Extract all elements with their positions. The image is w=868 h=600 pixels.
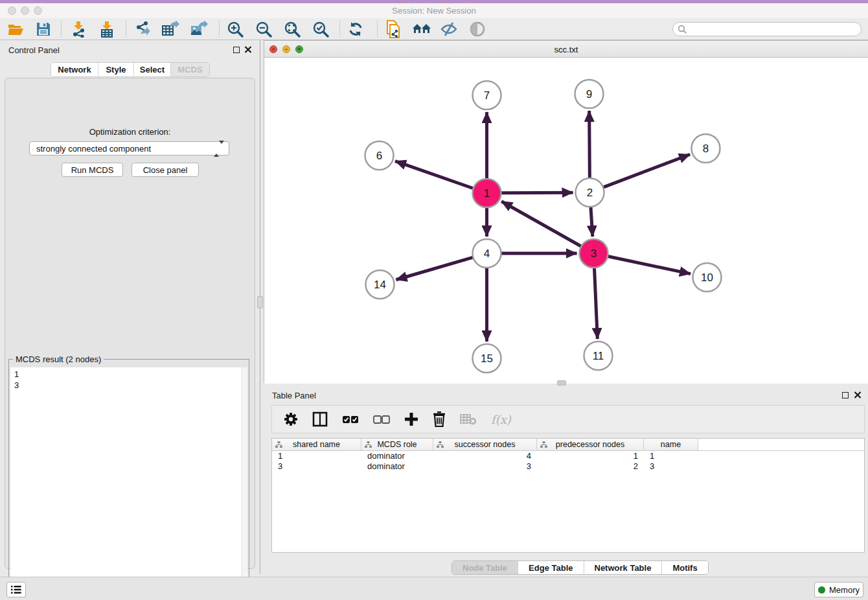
close-panel-button[interactable]: Close panel (131, 163, 199, 177)
zoom-out-icon[interactable] (251, 19, 276, 38)
export-image-icon[interactable] (187, 19, 211, 38)
zoom-selected-icon[interactable] (308, 19, 333, 38)
column-header-shared-name[interactable]: shared name (272, 439, 361, 450)
float-panel-icon[interactable] (233, 47, 240, 53)
graph-edge-4-14[interactable] (396, 257, 473, 280)
bottom-splitter-handle[interactable] (557, 380, 566, 386)
graph-node-6[interactable]: 6 (365, 141, 394, 170)
graph-node-1[interactable]: 1 (473, 179, 501, 207)
split-columns-icon[interactable] (312, 411, 328, 427)
optimization-criterion-label: Optimization criterion: (5, 127, 255, 137)
network-graph[interactable]: 7968124314101511 (264, 58, 868, 384)
cell-predecessor-nodes[interactable]: 1 (537, 451, 644, 461)
graph-node-2[interactable]: 2 (576, 178, 604, 207)
column-header-name[interactable]: name (644, 439, 698, 450)
graph-edge-1-6[interactable] (395, 161, 474, 189)
delete-table-icon[interactable] (460, 413, 477, 425)
graph-node-9[interactable]: 9 (575, 80, 604, 108)
graph-node-11[interactable]: 11 (584, 341, 613, 370)
tab-select[interactable]: Select (134, 63, 171, 76)
svg-text:14: 14 (374, 279, 386, 291)
refresh-icon[interactable] (343, 19, 368, 38)
home-icon[interactable] (409, 19, 434, 38)
graph-node-3[interactable]: 3 (580, 239, 608, 268)
close-panel-icon[interactable] (244, 45, 252, 54)
zoom-fit-icon[interactable] (280, 19, 304, 38)
graph-node-14[interactable]: 14 (366, 270, 394, 299)
graph-node-8[interactable]: 8 (692, 134, 720, 163)
table-row[interactable]: 1dominator411 (272, 451, 864, 461)
tab-edge-table[interactable]: Edge Table (518, 561, 584, 574)
function-builder-icon: f(x) (491, 413, 511, 426)
mcds-result-list[interactable]: 1 3 (10, 367, 242, 600)
graph-edge-2-9[interactable] (589, 111, 590, 178)
graph-edge-3-11[interactable] (594, 268, 597, 339)
zoom-in-icon[interactable] (223, 19, 247, 38)
cell-successor-nodes[interactable]: 4 (433, 451, 537, 461)
graph-node-4[interactable]: 4 (473, 239, 501, 268)
delete-icon[interactable] (433, 411, 446, 427)
search-input[interactable] (672, 22, 862, 36)
close-table-panel-icon[interactable] (854, 391, 862, 399)
splitter-handle[interactable] (257, 296, 263, 308)
application-window: Session: New Session (0, 0, 868, 600)
show-view-icon[interactable] (465, 19, 490, 38)
hide-view-icon[interactable] (437, 19, 461, 38)
import-table-icon[interactable] (95, 19, 119, 38)
graph-node-15[interactable]: 15 (473, 344, 501, 373)
tab-motifs[interactable]: Motifs (662, 561, 707, 574)
open-session-icon[interactable] (4, 19, 29, 38)
graph-edge-2-3[interactable] (591, 207, 593, 237)
toolbar-separator (339, 21, 340, 37)
tab-style[interactable]: Style (98, 63, 134, 76)
graph-node-7[interactable]: 7 (473, 81, 501, 110)
cell-MCDS-role[interactable]: dominator (361, 451, 433, 461)
network-window-titlebar: × − + scc.txt (264, 41, 868, 58)
clone-network-icon[interactable] (381, 19, 405, 38)
svg-text:11: 11 (593, 350, 604, 362)
cell-name[interactable]: 3 (644, 461, 698, 472)
mcds-result-title: MCDS result (2 nodes) (13, 354, 104, 364)
run-mcds-button[interactable]: Run MCDS (62, 163, 123, 177)
cell-successor-nodes[interactable]: 3 (433, 461, 537, 472)
import-network-icon[interactable] (66, 19, 91, 38)
graph-edge-3-1[interactable] (501, 202, 581, 246)
deselect-all-icon[interactable] (373, 415, 390, 424)
svg-text:8: 8 (703, 143, 709, 155)
table-row[interactable]: 3dominator323 (272, 461, 864, 472)
tab-network-table[interactable]: Network Table (584, 561, 663, 574)
cell-shared-name[interactable]: 3 (272, 461, 361, 472)
graph-edge-2-8[interactable] (603, 154, 690, 187)
toolbar-separator (61, 21, 62, 37)
export-table-icon[interactable] (158, 19, 183, 38)
export-network-icon[interactable] (131, 19, 155, 38)
svg-text:3: 3 (591, 248, 597, 260)
cell-shared-name[interactable]: 1 (272, 451, 361, 461)
save-session-icon[interactable] (31, 19, 56, 38)
cell-name[interactable]: 1 (644, 451, 698, 461)
toolbar-separator (126, 21, 126, 37)
gear-icon[interactable] (284, 412, 298, 426)
svg-text:7: 7 (484, 89, 490, 102)
column-header-successor-nodes[interactable]: successor nodes (433, 439, 537, 450)
graph-edge-3-10[interactable] (608, 257, 691, 274)
criterion-dropdown[interactable]: strongly connected component (29, 141, 229, 156)
add-column-icon[interactable] (404, 412, 418, 426)
memory-button[interactable]: Memory (814, 582, 863, 597)
control-panel: Control Panel NetworkStyleSelectMCDS Opt… (0, 40, 260, 574)
list-icon (11, 585, 21, 594)
tab-mcds[interactable]: MCDS (171, 63, 209, 76)
svg-text:9: 9 (586, 88, 592, 100)
column-header-MCDS-role[interactable]: MCDS role (361, 439, 433, 450)
tab-network[interactable]: Network (51, 63, 98, 76)
column-header-predecessor-nodes[interactable]: predecessor nodes (537, 439, 644, 450)
task-list-button[interactable] (6, 582, 26, 597)
result-scrollbar[interactable] (242, 367, 247, 600)
graph-edge-1-2[interactable] (501, 192, 573, 193)
select-all-icon[interactable] (342, 415, 359, 424)
cell-predecessor-nodes[interactable]: 2 (537, 461, 644, 472)
float-table-panel-icon[interactable] (842, 392, 849, 398)
cell-MCDS-role[interactable]: dominator (361, 461, 433, 472)
graph-node-10[interactable]: 10 (693, 263, 722, 292)
tab-node-table[interactable]: Node Table (452, 561, 518, 574)
